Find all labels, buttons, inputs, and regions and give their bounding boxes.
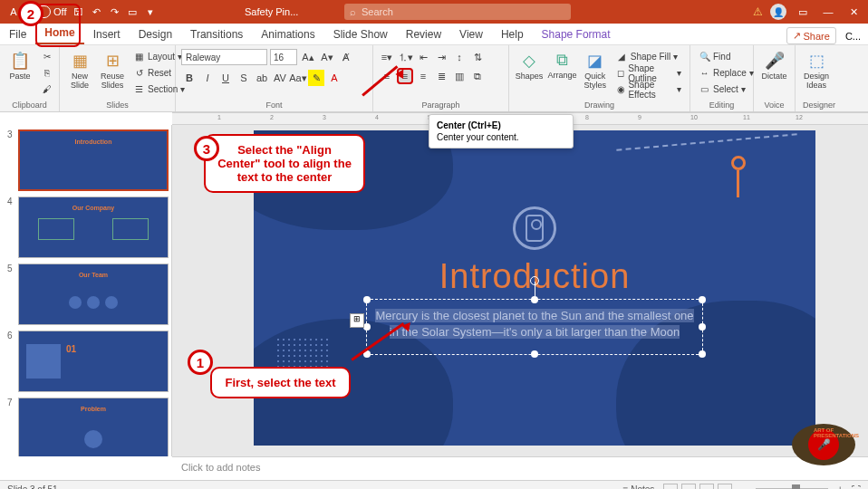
save-icon[interactable]: 🖫	[72, 5, 84, 18]
cut-button[interactable]: ✂	[38, 49, 55, 64]
shadow-button[interactable]: ab	[254, 70, 270, 86]
arrange-button[interactable]: ⧉Arrange	[547, 49, 577, 82]
slide-thumbnails[interactable]: 3Introduction 4Our Company 5Our Team 601…	[0, 125, 172, 456]
share-button[interactable]: ↗ Share	[786, 27, 836, 44]
text-direction-button[interactable]: ⇅	[469, 49, 486, 65]
indent-inc-button[interactable]: ⇥	[433, 49, 449, 65]
undo-icon[interactable]: ↶	[90, 5, 102, 18]
thumb-4[interactable]: 4Our Company	[0, 194, 171, 261]
tab-animations[interactable]: Animations	[252, 24, 323, 44]
tab-file[interactable]: File	[0, 24, 35, 44]
replace-icon: ↔	[699, 68, 710, 78]
paste-options-icon[interactable]: ⊞	[350, 313, 364, 328]
mic-icon: 🎤	[765, 51, 785, 71]
tab-home[interactable]: Home	[35, 23, 83, 44]
numbering-button[interactable]: ⒈▾	[397, 49, 413, 65]
copy-button[interactable]: ⎘	[38, 65, 55, 81]
notes-toggle[interactable]: ≡ Notes	[623, 484, 655, 489]
shapes-icon: ◇	[523, 51, 535, 71]
document-name[interactable]: Safety Pin...	[245, 6, 298, 17]
reading-view-button[interactable]	[699, 484, 714, 490]
qat-more-icon[interactable]: ▾	[144, 5, 157, 18]
dictate-button[interactable]: 🎤Dictate	[759, 49, 789, 83]
quick-styles-button[interactable]: ◪Quick Styles	[581, 49, 610, 92]
annotation-step3: Select the "Align Center" tool to align …	[204, 134, 365, 193]
brush-icon: 🖌	[41, 84, 53, 94]
shape-fill-button[interactable]: ◢Shape Fill ▾	[613, 49, 684, 64]
design-ideas-button[interactable]: ⬚Design Ideas	[801, 49, 832, 92]
thumb-3[interactable]: 3Introduction	[0, 127, 171, 194]
italic-button[interactable]: I	[199, 70, 216, 86]
normal-view-button[interactable]	[663, 484, 678, 490]
highlight-button[interactable]: ✎	[308, 70, 324, 86]
close-icon[interactable]: ✕	[844, 6, 863, 18]
new-slide-button[interactable]: ▦ New Slide	[65, 49, 94, 92]
font-color-button[interactable]: A	[326, 70, 342, 86]
font-size-select[interactable]: 16	[270, 49, 297, 65]
format-painter-button[interactable]: 🖌	[38, 82, 55, 97]
sorter-view-button[interactable]	[681, 484, 696, 490]
ribbon: 📋 Paste ✂ ⎘ 🖌 Clipboard ▦ New Slide ⊞ Re…	[0, 45, 868, 112]
thumb-7[interactable]: 7Problem	[0, 395, 171, 456]
font-family-select[interactable]: Raleway	[181, 49, 267, 65]
comments-button[interactable]: C...	[845, 31, 861, 42]
reuse-slides-button[interactable]: ⊞ Reuse Slides	[98, 49, 127, 92]
columns-button[interactable]: ▥	[451, 68, 468, 84]
group-drawing-label: Drawing	[515, 101, 684, 110]
charspace-button[interactable]: AV	[272, 70, 288, 86]
text-selection-handles[interactable]	[366, 299, 703, 355]
bullets-button[interactable]: ≡▾	[379, 49, 395, 65]
tab-slideshow[interactable]: Slide Show	[324, 24, 397, 44]
clear-format-button[interactable]: A̸	[338, 49, 354, 65]
bold-button[interactable]: B	[181, 70, 198, 86]
smartart-button[interactable]: ⧉	[469, 68, 486, 84]
paste-button[interactable]: 📋 Paste	[5, 49, 34, 83]
tab-review[interactable]: Review	[397, 24, 450, 44]
justify-button[interactable]: ≣	[433, 68, 449, 84]
underline-button[interactable]: U	[217, 70, 234, 86]
watermark-logo: 🎤 ART OFPRESENTATIONS	[792, 424, 855, 465]
strike-button[interactable]: S	[236, 70, 252, 86]
group-paragraph-label: Paragraph	[379, 101, 503, 110]
tab-design[interactable]: Design	[130, 24, 181, 44]
notes-pane[interactable]: Click to add notes	[172, 456, 868, 480]
align-center-tooltip: Center (Ctrl+E) Center your content.	[429, 114, 574, 149]
zoom-out-button[interactable]: −	[741, 484, 747, 489]
slide-counter[interactable]: Slide 3 of 51	[7, 484, 58, 489]
redo-icon[interactable]: ↷	[108, 5, 121, 18]
replace-button[interactable]: ↔Replace ▾	[696, 65, 757, 81]
thumb-5[interactable]: 5Our Team	[0, 261, 171, 328]
tab-view[interactable]: View	[450, 24, 492, 44]
arrange-icon: ⧉	[556, 51, 568, 70]
ribbon-mode-icon[interactable]: ▭	[794, 6, 812, 18]
thumb-6[interactable]: 601	[0, 328, 171, 395]
case-button[interactable]: Aa▾	[290, 70, 306, 86]
account-avatar[interactable]: 👤	[770, 4, 786, 20]
indent-dec-button[interactable]: ⇤	[415, 49, 431, 65]
search-input[interactable]: ⌕ Search	[344, 4, 571, 20]
minimize-icon[interactable]: —	[819, 6, 837, 17]
tab-shape-format[interactable]: Shape Format	[533, 24, 620, 44]
slideshow-view-button[interactable]	[718, 484, 732, 490]
paste-icon: 📋	[10, 51, 30, 71]
line-spacing-button[interactable]: ↕	[451, 49, 468, 65]
select-icon: ▭	[699, 84, 710, 94]
align-right-button[interactable]: ≡	[415, 68, 431, 84]
tab-insert[interactable]: Insert	[84, 24, 130, 44]
start-show-icon[interactable]: ▭	[126, 5, 139, 18]
tab-help[interactable]: Help	[492, 24, 533, 44]
shrink-font-button[interactable]: A▾	[319, 49, 335, 65]
shape-outline-button[interactable]: ◻Shape Outline ▾	[613, 65, 684, 81]
fit-window-button[interactable]: ⛶	[852, 484, 861, 489]
phone-icon	[513, 206, 556, 250]
warning-icon[interactable]: ⚠	[753, 5, 763, 18]
find-button[interactable]: 🔍Find	[696, 49, 757, 64]
grow-font-button[interactable]: A▴	[300, 49, 316, 65]
zoom-in-button[interactable]: +	[837, 484, 843, 489]
annotation-step2-badge: 2	[18, 1, 43, 26]
shapes-button[interactable]: ◇Shapes	[515, 49, 544, 83]
group-slides-label: Slides	[65, 101, 169, 110]
select-button[interactable]: ▭Select ▾	[696, 82, 757, 97]
shape-effects-button[interactable]: ◉Shape Effects ▾	[613, 82, 684, 97]
tab-transitions[interactable]: Transitions	[181, 24, 252, 44]
